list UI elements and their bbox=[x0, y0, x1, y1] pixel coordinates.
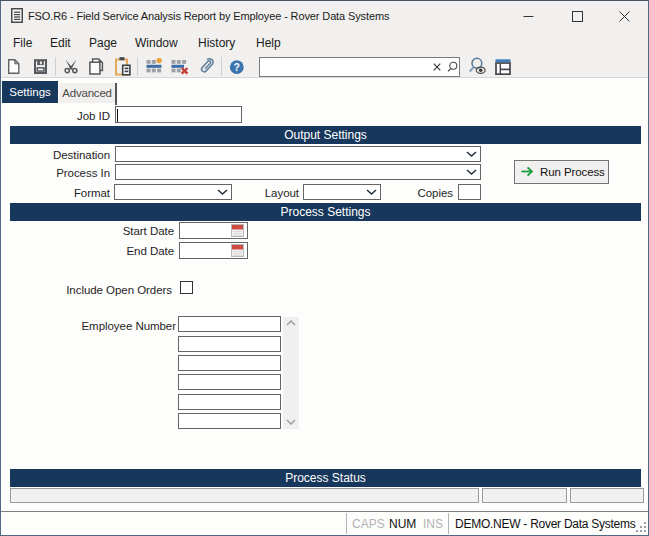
svg-text:?: ? bbox=[234, 61, 240, 73]
